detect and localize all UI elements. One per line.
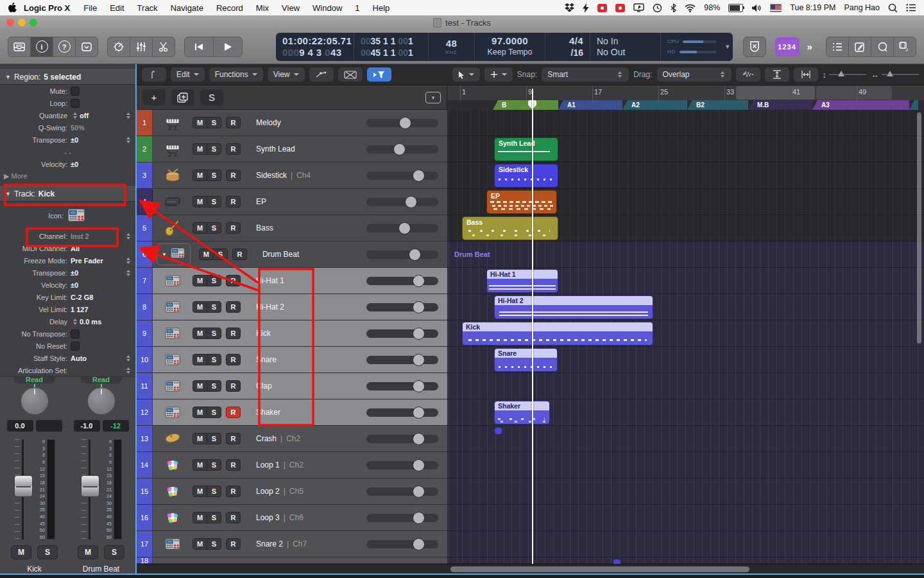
inspector-button[interactable]: i	[30, 37, 53, 57]
track-volume-slider[interactable]	[366, 382, 438, 390]
menu-clock[interactable]: Tue 8:19 PM	[790, 3, 835, 12]
track-header-shaker[interactable]: 12MSRShaker	[137, 399, 447, 426]
track-header-ep[interactable]: 4MSREP	[137, 189, 447, 215]
secondary-tool-button[interactable]	[484, 67, 513, 82]
stepper-icon[interactable]	[126, 112, 132, 119]
track-header-snare[interactable]: 10MSRSnare	[137, 347, 447, 373]
meter-peak-value[interactable]	[36, 420, 62, 432]
duplicate-track-button[interactable]	[171, 89, 194, 105]
horizontal-zoom-button[interactable]	[794, 67, 818, 82]
menu-item-1[interactable]: 1	[348, 3, 366, 13]
track-name[interactable]: Sidestick | Ch4	[256, 171, 311, 180]
lane-18[interactable]	[447, 557, 924, 564]
title-bar[interactable]: test - Tracks	[0, 15, 924, 30]
cycle-band[interactable]	[736, 86, 815, 100]
display-icon[interactable]	[633, 3, 644, 13]
lcd-io[interactable]: No In No Out	[590, 33, 661, 61]
track-param-key-limit-[interactable]: Key Limit:C-2 G8	[0, 291, 135, 303]
volume-icon[interactable]	[751, 3, 762, 13]
volume-slider-knob[interactable]	[413, 486, 425, 498]
drag-select[interactable]: Overlap	[657, 67, 732, 82]
lane-melody[interactable]	[447, 110, 924, 136]
lane-loop-3[interactable]	[447, 505, 924, 531]
volume-slider-knob[interactable]	[413, 459, 425, 471]
arrangement-marker-b[interactable]: B	[493, 100, 558, 110]
menu-user-name[interactable]: Pang Hao	[844, 3, 880, 12]
menu-item-window[interactable]: Window	[306, 3, 348, 13]
horizontal-scrollbar-thumb[interactable]	[450, 566, 749, 572]
solo-button[interactable]: S	[207, 117, 221, 128]
menu-item-navigate[interactable]: Navigate	[164, 3, 210, 13]
track-volume-slider[interactable]	[366, 277, 438, 285]
track-header-drum-beat[interactable]: 6▼MSRDrum Beat	[137, 241, 447, 268]
record-enable-button[interactable]: R	[226, 354, 241, 365]
track-header-config-button[interactable]: ▾	[425, 92, 441, 103]
lcd-performance-meters[interactable]: CPU HD	[661, 33, 723, 61]
lane-drum-beat[interactable]	[447, 241, 924, 268]
fader-cap[interactable]	[14, 475, 33, 497]
record-enable-button[interactable]: R	[226, 196, 241, 207]
track-param-midi-channel-[interactable]: MIDI Channel:All	[0, 242, 135, 254]
menu-item-record[interactable]: Record	[210, 3, 250, 13]
volume-slider-knob[interactable]	[413, 328, 425, 340]
us-flag-icon[interactable]	[770, 3, 782, 13]
track-volume-slider[interactable]	[366, 435, 438, 443]
track-name[interactable]: Melody	[256, 118, 281, 127]
solo-button[interactable]: S	[207, 459, 221, 471]
solo-button[interactable]: S	[207, 170, 221, 181]
toolbar-toggle-button[interactable]	[75, 37, 98, 57]
arrangement-marker-mb[interactable]: M.B	[748, 100, 812, 110]
solo-button[interactable]: S	[207, 143, 221, 155]
track-header-hi-hat-2[interactable]: 8MSRHi-Hat 2	[137, 294, 447, 320]
mute-button[interactable]: M	[193, 407, 207, 418]
solo-button[interactable]: S	[207, 538, 221, 550]
horizontal-zoom-slider[interactable]: ↔	[871, 70, 919, 80]
volume-slider-knob[interactable]	[413, 354, 425, 366]
region-inspector-header[interactable]: ▼ Region: 5 selected	[0, 69, 135, 85]
volume-slider-knob[interactable]	[409, 249, 421, 261]
notification-list-icon[interactable]	[906, 3, 916, 13]
meter-peak-value[interactable]: -12	[103, 420, 129, 432]
arrangement-marker-a1[interactable]: A1	[558, 100, 622, 110]
mute-button[interactable]: M	[193, 275, 207, 286]
spotlight-search-icon[interactable]	[888, 3, 898, 13]
region-param-checkbox[interactable]	[71, 87, 80, 96]
track-name[interactable]: Shaker	[256, 408, 280, 417]
bar-ruler[interactable]: 191725334149	[447, 85, 924, 100]
track-param-transpose-[interactable]: Transpose:±0	[0, 267, 135, 279]
menu-item-track[interactable]: Track	[131, 3, 164, 13]
track-param-velocity-[interactable]: Velocity:±0	[0, 279, 135, 291]
arrangement-track[interactable]: BA1A2B2M.BA3	[447, 100, 924, 110]
arrangement-marker-a3[interactable]: A3	[812, 100, 909, 110]
track-name[interactable]: Kick	[256, 329, 271, 338]
region-kick[interactable]: Kick	[462, 322, 653, 346]
region-param--[interactable]: - -	[0, 146, 135, 158]
dropbox-icon[interactable]	[565, 3, 574, 13]
fader-cap[interactable]	[81, 475, 99, 497]
record-badge-icon[interactable]	[597, 3, 607, 13]
track-lanes[interactable]: Drum BeatSynth LeadSidestickEPBassHi-Hat…	[447, 110, 924, 564]
region-hi-hat-1[interactable]: Hi-Hat 1	[486, 269, 558, 293]
arrangement-marker-edge[interactable]	[909, 100, 918, 110]
track-header-melody[interactable]: 1MSRMelody	[137, 110, 447, 136]
track-header-snare-2[interactable]: 17MSRSnare 2 | Ch7	[137, 531, 447, 557]
lcd-sample-rate[interactable]: 48 KHZ	[429, 33, 475, 61]
stepper-icon[interactable]	[126, 367, 132, 374]
track-volume-slider[interactable]	[366, 224, 438, 232]
track-name[interactable]: Snare 2 | Ch7	[256, 539, 307, 548]
pan-knob[interactable]	[21, 387, 49, 415]
record-enable-button[interactable]: R	[226, 222, 241, 234]
track-name[interactable]: Loop 2 | Ch5	[256, 487, 304, 496]
track-name[interactable]: Clap	[256, 381, 272, 390]
volume-fader[interactable]	[13, 439, 35, 539]
arrangement-marker-b2[interactable]: B2	[687, 100, 748, 110]
lcd-locators[interactable]: 0035 1 1 001 0045 1 1 001	[354, 33, 429, 61]
mute-button[interactable]: M	[193, 143, 207, 155]
track-icon-row[interactable]: Icon:	[0, 204, 135, 227]
solo-button[interactable]: S	[207, 196, 221, 207]
strip-mute-button[interactable]: M	[11, 545, 31, 559]
mixer-button[interactable]	[130, 37, 153, 57]
menu-item-edit[interactable]: Edit	[103, 3, 130, 13]
flex-button[interactable]	[338, 67, 363, 82]
track-param-articulation-set-[interactable]: Articulation Set:	[0, 364, 135, 376]
